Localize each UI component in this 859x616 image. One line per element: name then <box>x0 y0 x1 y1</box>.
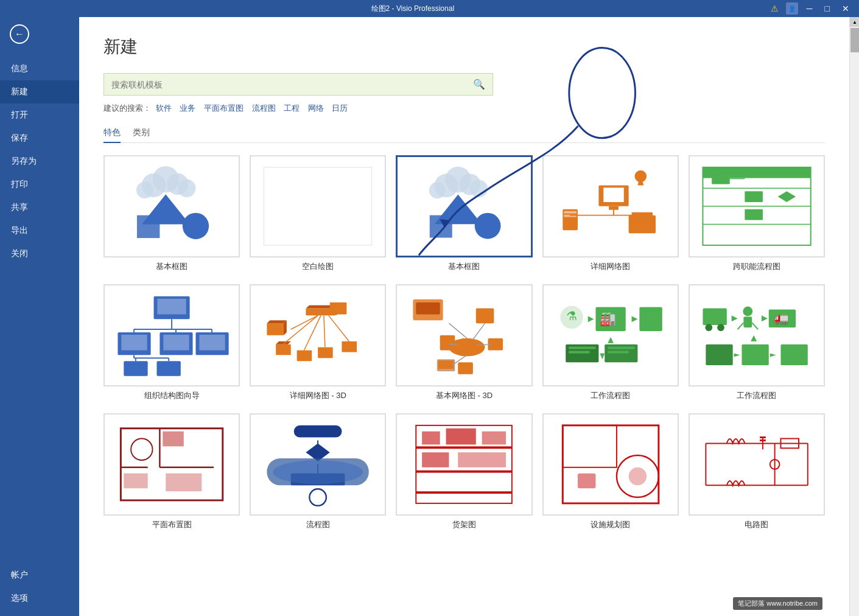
sidebar-nav: 信息 新建 打开 保存 另存为 打印 共享 导出 关闭 <box>0 57 79 265</box>
template-grid-row2: 组织结构图向导 <box>103 284 825 401</box>
svg-marker-123 <box>770 354 776 357</box>
minimize-button[interactable]: ─ <box>803 4 816 13</box>
template-basic-diagram-2[interactable]: 基本框图 <box>396 155 532 272</box>
template-shelf[interactable]: 货架图 <box>396 413 532 530</box>
sidebar-item-new[interactable]: 新建 <box>0 80 79 103</box>
template-network-3d[interactable]: 详细网络图 - 3D <box>250 284 386 401</box>
template-facility[interactable]: 设施规划图 <box>542 413 679 530</box>
svg-rect-68 <box>276 345 291 355</box>
page-title: 新建 <box>103 35 825 58</box>
suggestion-engineering[interactable]: 工程 <box>284 103 300 113</box>
template-basic-diagram-1[interactable]: 基本框图 <box>103 155 240 272</box>
svg-rect-72 <box>342 341 357 352</box>
svg-marker-97 <box>631 317 637 323</box>
sidebar-item-options[interactable]: 选项 <box>0 587 79 610</box>
template-floor-plan[interactable]: 平面布置图 <box>103 413 240 530</box>
sidebar-item-account[interactable]: 帐户 <box>0 564 79 587</box>
suggestion-floorplan[interactable]: 平面布置图 <box>204 103 244 113</box>
template-workflow[interactable]: ⚗ 🏭 <box>542 284 679 401</box>
svg-rect-70 <box>297 351 312 362</box>
sidebar-item-export[interactable]: 导出 <box>0 219 79 242</box>
svg-marker-122 <box>734 354 740 357</box>
template-thumb-network-3d <box>250 284 386 387</box>
template-org-chart[interactable]: 组织结构图向导 <box>103 284 240 401</box>
sidebar: ← 信息 新建 打开 保存 另存为 打印 共享 导出 关闭 帐户 选项 <box>0 17 79 616</box>
suggestion-software[interactable]: 软件 <box>156 103 172 113</box>
template-thumb-circuit <box>689 413 825 516</box>
svg-rect-98 <box>639 307 662 331</box>
template-thumb-flowchart <box>250 413 386 516</box>
suggestion-flowchart[interactable]: 流程图 <box>252 103 276 113</box>
svg-rect-38 <box>745 191 763 202</box>
svg-point-139 <box>310 489 327 506</box>
sidebar-item-close[interactable]: 关闭 <box>0 242 79 265</box>
suggestions-label: 建议的搜索： <box>103 103 151 113</box>
user-avatar[interactable]: 👤 <box>786 2 798 15</box>
template-name-workflow: 工作流程图 <box>542 390 679 401</box>
search-input[interactable] <box>104 75 466 94</box>
svg-rect-142 <box>416 471 513 473</box>
svg-rect-112 <box>743 317 752 328</box>
template-workflow-2[interactable]: 🚛 工作流程图 <box>689 284 825 401</box>
svg-rect-84 <box>458 363 474 375</box>
sidebar-item-open[interactable]: 打开 <box>0 103 79 127</box>
svg-rect-27 <box>628 215 655 234</box>
sidebar-item-save[interactable]: 保存 <box>0 127 79 150</box>
svg-line-88 <box>473 324 485 340</box>
svg-rect-128 <box>163 432 183 447</box>
sidebar-item-info[interactable]: 信息 <box>0 57 79 80</box>
template-cross-functional[interactable]: 跨职能流程图 <box>689 155 825 272</box>
svg-marker-94 <box>587 317 594 323</box>
template-name-network-3d: 详细网络图 - 3D <box>250 390 386 401</box>
svg-line-77 <box>329 316 349 341</box>
template-name-basic-2: 基本框图 <box>396 261 532 272</box>
svg-rect-47 <box>163 335 189 351</box>
warning-icon: ⚠ <box>771 4 779 13</box>
sidebar-item-print[interactable]: 打印 <box>0 173 79 196</box>
template-blank[interactable]: 空白绘图 <box>250 155 386 272</box>
template-thumb-facility <box>542 413 679 516</box>
template-detailed-network[interactable]: 详细网络图 <box>542 155 679 272</box>
scrollbar[interactable]: ▲ <box>849 17 859 616</box>
tab-category[interactable]: 类别 <box>133 124 150 143</box>
category-tabs: 特色 类别 <box>103 124 825 143</box>
template-flowchart[interactable]: 流程图 <box>250 413 386 530</box>
svg-point-15 <box>429 182 446 198</box>
svg-point-5 <box>178 180 196 198</box>
svg-rect-149 <box>563 425 659 503</box>
back-button[interactable]: ← <box>0 17 79 51</box>
svg-point-6 <box>136 182 153 199</box>
close-button[interactable]: ✕ <box>838 4 853 13</box>
svg-marker-99 <box>608 337 614 343</box>
sidebar-bottom: 帐户 选项 <box>0 564 79 616</box>
content-area: 新建 🔍 建议的搜索： 软件 业务 平面布置图 流程图 工程 网络 日历 特色 … <box>79 17 849 616</box>
svg-rect-37 <box>712 173 730 184</box>
svg-line-75 <box>304 316 321 351</box>
template-circuit[interactable]: 电路图 <box>689 413 825 530</box>
svg-rect-45 <box>121 335 147 351</box>
suggestion-business[interactable]: 业务 <box>180 103 195 113</box>
sidebar-item-saveas[interactable]: 另存为 <box>0 150 79 173</box>
search-button[interactable]: 🔍 <box>466 74 493 95</box>
svg-point-111 <box>743 307 752 317</box>
template-name-cross-functional: 跨职能流程图 <box>689 261 825 272</box>
svg-rect-107 <box>703 309 726 326</box>
svg-rect-146 <box>482 432 506 445</box>
suggestion-calendar[interactable]: 日历 <box>332 103 348 113</box>
svg-rect-120 <box>742 345 768 365</box>
scrollbar-thumb[interactable] <box>850 28 859 52</box>
svg-rect-10 <box>264 167 372 245</box>
svg-rect-79 <box>416 303 440 315</box>
template-name-facility: 设施规划图 <box>542 519 679 530</box>
back-circle-icon[interactable]: ← <box>10 24 29 44</box>
scrollbar-up-button[interactable]: ▲ <box>850 17 859 27</box>
svg-rect-71 <box>318 348 333 359</box>
svg-rect-132 <box>294 425 342 438</box>
maximize-button[interactable]: □ <box>821 4 833 13</box>
tab-featured[interactable]: 特色 <box>103 124 121 143</box>
template-name-flowchart: 流程图 <box>250 519 386 530</box>
template-basic-network-3d[interactable]: 基本网络图 - 3D <box>396 284 532 401</box>
suggestion-network[interactable]: 网络 <box>308 103 324 113</box>
sidebar-item-share[interactable]: 共享 <box>0 196 79 219</box>
template-thumb-detailed-network <box>542 155 679 257</box>
